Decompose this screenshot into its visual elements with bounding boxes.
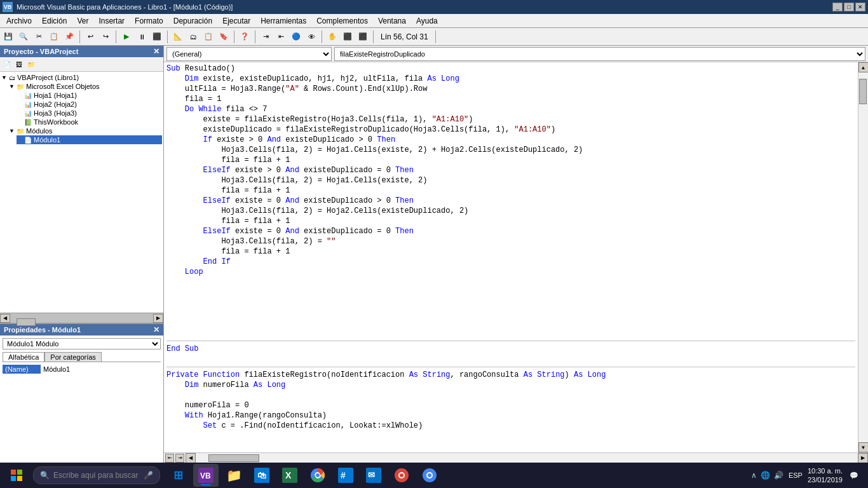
taskview-btn[interactable]: ⊞: [165, 464, 191, 487]
view-code-btn[interactable]: 📄: [1, 58, 13, 70]
menu-ventana[interactable]: Ventana: [373, 14, 411, 27]
excel-app-btn[interactable]: X: [277, 464, 302, 487]
proj-btn[interactable]: 🗂: [186, 30, 200, 44]
tree-thisworkbook[interactable]: 📗 ThisWorkbook: [17, 118, 162, 126]
pause-btn[interactable]: ⏸: [135, 30, 149, 44]
scroll-left-btn[interactable]: ◀: [0, 314, 10, 323]
tree-hoja2[interactable]: 📊 Hoja2 (Hoja2): [17, 100, 162, 109]
design-btn[interactable]: 📐: [171, 30, 185, 44]
menu-ver[interactable]: Ver: [72, 14, 93, 27]
name-value: Módulo1: [41, 365, 161, 374]
maximize-button[interactable]: □: [844, 3, 854, 11]
tree-project[interactable]: ▼ 🗂 VBAProject (Libro1): [1, 73, 162, 82]
hscroll-track[interactable]: [196, 454, 858, 463]
cut-btn[interactable]: ✂: [32, 30, 46, 44]
menu-herramientas[interactable]: Herramientas: [255, 14, 311, 27]
save-btn[interactable]: 💾: [1, 30, 15, 44]
chrome2-icon: [394, 468, 409, 483]
prop-object-dropdown[interactable]: Módulo1 Módulo: [3, 338, 161, 349]
chrome-app-btn[interactable]: [305, 464, 330, 487]
hscroll-left-btn[interactable]: ◀: [186, 453, 196, 463]
view-obj-btn[interactable]: 🖼: [13, 58, 25, 70]
undo-btn[interactable]: ↩: [83, 30, 97, 44]
function-combo[interactable]: filaExisteRegistroDuplicado: [334, 47, 865, 61]
menu-depuracion[interactable]: Depuración: [168, 14, 217, 27]
general-combo[interactable]: (General): [166, 47, 332, 61]
svg-point-19: [400, 473, 403, 477]
hscroll-thumb[interactable]: [208, 454, 259, 462]
tree-hoja1[interactable]: 📊 Hoja1 (Hoja1): [17, 91, 162, 100]
code-line-blank2: [166, 390, 855, 400]
code-editor[interactable]: Sub Resultado() Dim existe, existeDuplic…: [164, 62, 858, 452]
vscroll-track[interactable]: [859, 72, 868, 442]
run-btn[interactable]: ▶: [119, 30, 133, 44]
tab-alphabetic[interactable]: Alfabética: [3, 352, 44, 362]
tree-h-scrollbar[interactable]: ◀ ▶: [0, 313, 163, 323]
redo-btn[interactable]: ↪: [98, 30, 112, 44]
code-line-15: Hoja3.Cells(fila, 2) = Hoja2.Cells(exist…: [166, 206, 855, 216]
start-button[interactable]: [3, 465, 31, 485]
paste-btn[interactable]: 📌: [62, 30, 76, 44]
left-panel: Proyecto - VBAProject ✕ 📄 🖼 📁 ▼ 🗂 VBAPro…: [0, 46, 164, 463]
bp-btn[interactable]: 🔵: [289, 30, 303, 44]
menu-ejecutar[interactable]: Ejecutar: [217, 14, 255, 27]
tree-modulos[interactable]: ▼ 📁 Módulos: [9, 126, 162, 135]
code-line-27: [166, 328, 855, 338]
copy-btn[interactable]: 📋: [47, 30, 61, 44]
vscroll-thumb[interactable]: [859, 79, 867, 104]
hscroll-right-btn[interactable]: ▶: [858, 453, 868, 463]
h-thumb[interactable]: [17, 318, 36, 326]
menu-formato[interactable]: Formato: [130, 14, 168, 27]
scroll-indent-right[interactable]: ⇥: [175, 454, 184, 463]
help-btn[interactable]: ❓: [238, 30, 252, 44]
scroll-indent-left[interactable]: ⇤: [165, 454, 174, 463]
watch-btn[interactable]: 👁: [304, 30, 318, 44]
tree-modulo1[interactable]: 📄 Módulo1: [17, 135, 162, 144]
explorer-app-btn[interactable]: 📁: [221, 464, 247, 487]
scroll-down-btn[interactable]: ▼: [858, 442, 869, 452]
tab-categories[interactable]: Por categorías: [44, 352, 102, 362]
menu-archivo[interactable]: Archivo: [1, 14, 37, 27]
indent-btn[interactable]: ⇥: [259, 30, 273, 44]
code-line-8: If existe > 0 And existeDuplicado > 0 Th…: [166, 135, 855, 145]
properties-close-btn[interactable]: ✕: [153, 325, 159, 334]
align-right-btn[interactable]: ⬛: [356, 30, 370, 44]
scroll-up-btn[interactable]: ▲: [858, 62, 869, 72]
vbe-app-btn[interactable]: VB: [193, 464, 219, 487]
chrome2-app-btn[interactable]: [389, 464, 414, 487]
tree-hoja3[interactable]: 📊 Hoja3 (Hoja3): [17, 109, 162, 118]
chevron-icon[interactable]: ∧: [751, 471, 757, 480]
code-hscrollbar[interactable]: ⇤ ⇥ ◀ ▶: [164, 452, 868, 463]
scroll-right-btn[interactable]: ▶: [153, 314, 163, 323]
menu-ayuda[interactable]: Ayuda: [411, 14, 443, 27]
calc-app-btn[interactable]: #: [333, 464, 358, 487]
search-bar[interactable]: 🔍 Escribe aquí para buscar 🎤: [33, 466, 160, 484]
store-app-btn[interactable]: 🛍: [249, 464, 275, 487]
title-bar: VB Microsoft Visual Basic para Aplicacio…: [0, 0, 868, 14]
code-vscrollbar[interactable]: ▲ ▼: [858, 62, 868, 452]
hand-btn[interactable]: ✋: [325, 30, 339, 44]
menu-insertar[interactable]: Insertar: [93, 14, 130, 27]
minimize-button[interactable]: _: [832, 3, 843, 11]
prop-btn[interactable]: 📋: [201, 30, 215, 44]
volume-icon[interactable]: 🔊: [774, 471, 783, 480]
find-btn[interactable]: 🔍: [17, 30, 31, 44]
mail-app-btn[interactable]: ✉: [361, 464, 386, 487]
notification-btn[interactable]: 💬: [848, 469, 860, 482]
align-left-btn[interactable]: ⬛: [341, 30, 355, 44]
obj-btn[interactable]: 🔖: [217, 30, 231, 44]
svg-point-12: [316, 473, 320, 477]
menu-complementos[interactable]: Complementos: [311, 14, 373, 27]
close-button[interactable]: ✕: [855, 3, 865, 11]
tree-excel-objects[interactable]: ▼ 📁 Microsoft Excel Objetos: [9, 82, 162, 91]
stop-btn[interactable]: ⬛: [150, 30, 164, 44]
toggle-folders-btn[interactable]: 📁: [25, 58, 37, 70]
outdent-btn[interactable]: ⇤: [274, 30, 288, 44]
language-indicator[interactable]: ESP: [789, 471, 803, 479]
menu-edicion[interactable]: Edición: [37, 14, 72, 27]
chrome3-app-btn[interactable]: [417, 464, 442, 487]
clock[interactable]: 10:30 a. m. 23/01/2019: [808, 466, 843, 485]
project-close-btn[interactable]: ✕: [153, 47, 159, 56]
editor-with-scroll: Sub Resultado() Dim existe, existeDuplic…: [164, 62, 868, 452]
network-icon[interactable]: 🌐: [761, 471, 770, 480]
